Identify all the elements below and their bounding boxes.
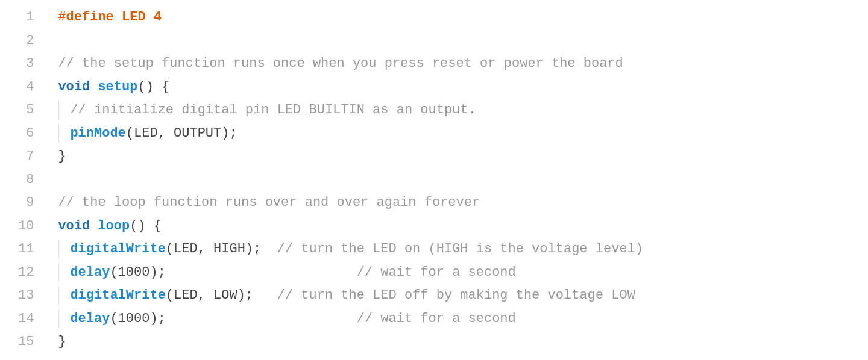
indent-bar	[58, 240, 59, 259]
line-number-11: 11	[18, 238, 40, 261]
token: void	[58, 76, 98, 99]
indent-bar	[58, 309, 59, 328]
token: // the loop function runs over and over …	[58, 191, 480, 215]
token: (LED, HIGH);	[166, 238, 277, 261]
token: () {	[130, 215, 162, 238]
code-line-14: delay(1000); // wait for a second	[58, 308, 868, 331]
line-number-13: 13	[18, 284, 40, 308]
token: // wait for a second	[357, 261, 516, 285]
code-line-7: }	[58, 145, 868, 169]
token: loop	[98, 215, 130, 238]
token: (LED, OUTPUT);	[126, 122, 237, 146]
token: // turn the LED off by making the voltag…	[277, 284, 635, 308]
line-number-7: 7	[18, 145, 40, 169]
code-line-4: void setup() {	[58, 76, 868, 99]
line-number-14: 14	[18, 308, 40, 331]
token: delay	[70, 308, 110, 331]
code-line-5: // initialize digital pin LED_BUILTIN as…	[58, 99, 868, 122]
code-line-11: digitalWrite(LED, HIGH); // turn the LED…	[58, 238, 868, 261]
code-line-1: #define LED 4	[58, 6, 868, 29]
line-number-10: 10	[18, 215, 40, 238]
code-line-12: delay(1000); // wait for a second	[58, 261, 868, 285]
token: void	[58, 215, 98, 238]
code-line-15: }	[58, 331, 868, 354]
token: digitalWrite	[70, 238, 165, 261]
token: #define LED 4	[58, 6, 162, 29]
token: () {	[137, 76, 169, 99]
token: (LED, LOW);	[166, 284, 277, 308]
code-lines: #define LED 4 // the setup function runs…	[52, 6, 868, 354]
line-number-6: 6	[18, 122, 40, 146]
token: // the setup function runs once when you…	[58, 52, 623, 76]
token: (1000);	[110, 308, 356, 331]
token: (1000);	[110, 261, 356, 285]
line-number-5: 5	[18, 99, 40, 122]
code-editor: 1 2 3 4 5 6 7 8 9 10 11 12 13 14 15 #def…	[0, 0, 868, 360]
code-line-8	[58, 169, 868, 192]
line-number-4: 4	[18, 76, 40, 99]
token: }	[58, 145, 66, 169]
line-number-8: 8	[18, 169, 40, 192]
code-line-6: pinMode(LED, OUTPUT);	[58, 122, 868, 146]
code-line-9: // the loop function runs over and over …	[58, 191, 868, 215]
indent-bar	[58, 101, 59, 120]
code-line-2	[58, 29, 868, 53]
token: pinMode	[70, 122, 125, 146]
line-number-3: 3	[18, 52, 40, 76]
code-line-3: // the setup function runs once when you…	[58, 52, 868, 76]
token: setup	[98, 76, 137, 99]
line-number-2: 2	[18, 29, 40, 53]
token: // wait for a second	[357, 308, 516, 331]
line-number-9: 9	[18, 191, 40, 215]
indent-bar	[58, 287, 59, 305]
code-line-13: digitalWrite(LED, LOW); // turn the LED …	[58, 284, 868, 308]
token: }	[58, 331, 66, 354]
token: // initialize digital pin LED_BUILTIN as…	[70, 99, 476, 122]
line-number-12: 12	[18, 261, 40, 285]
line-number-15: 15	[18, 331, 40, 354]
code-line-10: void loop() {	[58, 215, 868, 238]
token: digitalWrite	[70, 284, 165, 308]
indent-bar	[58, 263, 59, 282]
indent-bar	[58, 124, 59, 143]
line-number-1: 1	[18, 6, 40, 29]
line-numbers: 1 2 3 4 5 6 7 8 9 10 11 12 13 14 15	[0, 6, 52, 354]
token: // turn the LED on (HIGH is the voltage …	[277, 238, 643, 261]
token: delay	[70, 261, 110, 285]
